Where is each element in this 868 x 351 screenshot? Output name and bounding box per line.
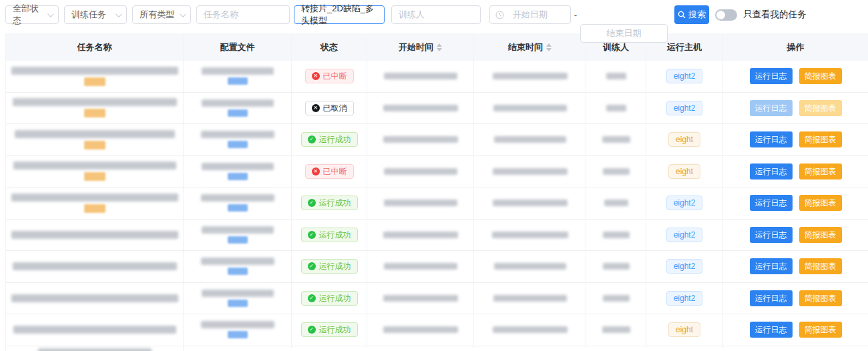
- status-cell: ✓运行成功: [292, 314, 367, 346]
- blurred-config-link[interactable]: [228, 204, 248, 212]
- caret-up-icon: [437, 43, 442, 47]
- run-log-button[interactable]: 运行日志: [750, 163, 793, 180]
- caret-up-icon: [546, 43, 552, 47]
- trainer-cell: [586, 61, 646, 92]
- start-time-cell: [367, 156, 474, 188]
- task-type-select[interactable]: 训练任务: [64, 5, 127, 24]
- blurred-config-link[interactable]: [228, 236, 248, 244]
- report-chart-button[interactable]: 简报图表: [799, 227, 842, 243]
- check-circle-icon: ✓: [308, 326, 316, 334]
- blurred-end-time: [493, 200, 568, 206]
- actions-cell: 运行日志简报图表: [723, 156, 868, 188]
- config-file-cell: [184, 283, 292, 314]
- run-log-button[interactable]: 运行日志: [750, 322, 793, 338]
- run-log-button[interactable]: 运行日志: [750, 131, 793, 147]
- task-name-cell: [6, 251, 184, 282]
- status-cell: ✕已中断: [292, 156, 367, 188]
- task-search-input[interactable]: 转接片_2D缺陷_多头模型: [294, 5, 385, 24]
- blurred-config-link[interactable]: [228, 173, 248, 180]
- config-file-cell: [184, 251, 292, 282]
- caret-down-icon: [437, 48, 442, 51]
- task-name-input[interactable]: 任务名称: [196, 5, 290, 24]
- blurred-task-name: [13, 98, 177, 106]
- column-header-end-time[interactable]: 结束时间: [474, 33, 586, 61]
- blurred-start-time: [384, 263, 457, 270]
- report-chart-button[interactable]: 简报图表: [799, 290, 842, 306]
- actions-cell: 运行日志简报图表: [723, 251, 868, 282]
- action-buttons: 运行日志简报图表: [750, 131, 842, 147]
- blurred-config-link[interactable]: [228, 331, 248, 338]
- empty-cell: [474, 346, 586, 348]
- category-select[interactable]: 所有类型: [132, 5, 191, 24]
- column-header-config-file: 配置文件: [184, 33, 292, 61]
- blurred-trainer-name: [606, 73, 626, 79]
- my-tasks-toggle[interactable]: [715, 9, 737, 21]
- trainer-cell: [586, 220, 646, 251]
- run-log-button[interactable]: 运行日志: [750, 227, 793, 243]
- blurred-trainer-name: [603, 232, 630, 238]
- status-cell: ✓运行成功: [292, 283, 367, 314]
- status-label: 运行成功: [319, 135, 351, 143]
- report-chart-button[interactable]: 简报图表: [799, 163, 842, 180]
- end-time-cell: [474, 220, 586, 251]
- status-badge: ✓运行成功: [301, 132, 358, 147]
- status-cell: ✓运行成功: [292, 220, 367, 251]
- report-chart-button[interactable]: 简报图表: [799, 258, 842, 274]
- column-label: 运行主机: [667, 41, 702, 53]
- host-cell: eight: [646, 156, 723, 188]
- x-circle-icon: ✕: [312, 167, 320, 176]
- task-name-stack: [15, 130, 175, 149]
- blurred-task-name: [13, 326, 176, 334]
- run-log-button[interactable]: 运行日志: [750, 195, 793, 211]
- check-circle-icon: ✓: [308, 231, 316, 239]
- blurred-config-link[interactable]: [228, 268, 248, 275]
- host-cell: eight2: [646, 93, 723, 124]
- run-log-button[interactable]: 运行日志: [750, 290, 793, 306]
- config-file-stack: [201, 321, 274, 338]
- trainer-input[interactable]: 训练人: [391, 5, 481, 24]
- end-time-cell: [474, 314, 586, 346]
- task-name-cell: [6, 346, 184, 351]
- config-file-stack: [202, 67, 274, 85]
- blurred-config-link[interactable]: [228, 300, 248, 307]
- empty-cell: [646, 346, 723, 348]
- start-time-cell: [367, 188, 474, 219]
- host-tag: eight: [668, 322, 700, 337]
- start-date-input[interactable]: 开始日期: [489, 5, 571, 24]
- config-file-stack: [201, 258, 274, 275]
- report-chart-button[interactable]: 简报图表: [799, 68, 842, 84]
- run-log-button[interactable]: 运行日志: [750, 258, 793, 274]
- x-circle-icon: ✕: [312, 72, 320, 80]
- toggle-knob: [716, 11, 725, 19]
- report-chart-button[interactable]: 简报图表: [799, 195, 842, 211]
- report-chart-button[interactable]: 简报图表: [799, 322, 842, 338]
- blurred-config-link[interactable]: [228, 109, 248, 117]
- config-file-cell: [184, 220, 292, 251]
- host-tag: eight: [668, 132, 700, 147]
- blurred-config-name: [202, 290, 274, 297]
- check-circle-icon: ✓: [308, 294, 316, 302]
- task-name-stack: [13, 161, 176, 181]
- config-file-stack: [201, 131, 274, 148]
- column-label: 配置文件: [220, 41, 255, 53]
- blurred-trainer-name: [602, 136, 630, 143]
- end-date-input[interactable]: 结束日期: [580, 24, 668, 43]
- config-file-stack: [202, 163, 274, 180]
- blurred-config-name: [201, 131, 274, 138]
- sort-carets[interactable]: [546, 43, 552, 51]
- status-filter-select[interactable]: 全部状态: [5, 5, 59, 24]
- blurred-config-link[interactable]: [228, 141, 248, 148]
- task-search-value: 转接片_2D缺陷_多头模型: [301, 3, 377, 27]
- blurred-config-link[interactable]: [228, 77, 248, 85]
- report-chart-button[interactable]: 简报图表: [799, 131, 842, 147]
- status-badge: ✕已取消: [305, 101, 354, 115]
- actions-cell: 运行日志简报图表: [723, 314, 868, 346]
- status-badge: ✓运行成功: [301, 196, 358, 210]
- search-button[interactable]: 搜索: [674, 5, 709, 24]
- task-type-value: 训练任务: [71, 9, 106, 21]
- status-label: 运行成功: [319, 294, 351, 302]
- sort-carets[interactable]: [437, 43, 442, 51]
- column-header-start-time[interactable]: 开始时间: [367, 33, 474, 61]
- run-log-button[interactable]: 运行日志: [750, 68, 793, 84]
- task-name-stack: [11, 294, 178, 302]
